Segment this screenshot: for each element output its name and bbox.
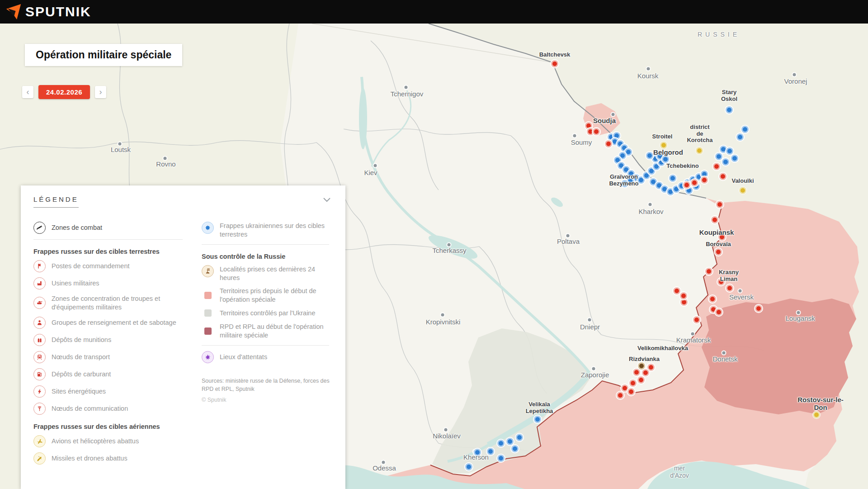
marker-blue[interactable] bbox=[653, 157, 658, 161]
marker-blue[interactable] bbox=[467, 465, 471, 469]
dnieper-river bbox=[362, 77, 590, 373]
legend-item-control-3: RPD et RPL au début de l'opération milit… bbox=[202, 323, 333, 340]
marker-blue[interactable] bbox=[644, 173, 649, 178]
marker-red[interactable] bbox=[684, 183, 689, 187]
marker-blue[interactable] bbox=[732, 156, 737, 161]
marker-blue[interactable] bbox=[615, 158, 620, 162]
marker-blue[interactable] bbox=[508, 439, 512, 444]
transport-node-icon bbox=[33, 351, 46, 363]
marker-blue[interactable] bbox=[668, 190, 673, 194]
marker-blue[interactable] bbox=[702, 172, 707, 176]
current-date-badge[interactable]: 24.02.2026 bbox=[38, 85, 90, 99]
marker-blue[interactable] bbox=[697, 175, 701, 179]
marker-blue[interactable] bbox=[727, 149, 732, 153]
marker-blue[interactable] bbox=[620, 153, 625, 158]
sabotage-group-icon bbox=[33, 317, 46, 329]
marker-red[interactable] bbox=[629, 389, 633, 394]
marker-red[interactable] bbox=[643, 370, 648, 375]
marker-red[interactable] bbox=[692, 180, 697, 185]
marker-blue[interactable] bbox=[727, 108, 731, 112]
fuel-depot-icon bbox=[33, 368, 46, 380]
marker-blue[interactable] bbox=[679, 184, 684, 188]
marker-red[interactable] bbox=[586, 123, 591, 128]
map-label-poltava: Poltava bbox=[557, 238, 580, 246]
marker-red[interactable] bbox=[634, 370, 639, 375]
map-label-zaporojie: Zaporojie bbox=[581, 371, 609, 379]
marker-blue[interactable] bbox=[717, 154, 721, 159]
marker-blue[interactable] bbox=[622, 146, 627, 150]
marker-brown[interactable] bbox=[639, 364, 644, 368]
marker-blue[interactable] bbox=[513, 446, 517, 451]
marker-blue[interactable] bbox=[670, 176, 675, 180]
marker-blue[interactable] bbox=[657, 183, 661, 188]
marker-gray bbox=[374, 164, 377, 167]
marker-blue[interactable] bbox=[624, 167, 628, 172]
marker-blue[interactable] bbox=[639, 178, 643, 182]
prev-date-button[interactable]: ‹ bbox=[22, 86, 33, 98]
marker-red[interactable] bbox=[606, 142, 611, 146]
marker-red[interactable] bbox=[552, 62, 557, 66]
marker-blue[interactable] bbox=[649, 169, 654, 173]
next-date-button[interactable]: › bbox=[95, 86, 106, 98]
marker-red[interactable] bbox=[710, 297, 715, 301]
marker-red[interactable] bbox=[712, 218, 717, 222]
marker-red[interactable] bbox=[675, 289, 679, 293]
marker-blue[interactable] bbox=[499, 441, 503, 446]
marker-yellow[interactable] bbox=[741, 188, 745, 193]
marker-red[interactable] bbox=[631, 381, 635, 385]
marker-red[interactable] bbox=[694, 318, 699, 322]
marker-blue[interactable] bbox=[738, 135, 742, 139]
map-label-tcherkassy: Tcherkassy bbox=[432, 247, 466, 255]
map-label-rovno: Rovno bbox=[156, 161, 175, 168]
marker-red[interactable] bbox=[707, 269, 711, 274]
marker-blue[interactable] bbox=[647, 153, 652, 158]
troops-concentration-icon bbox=[33, 297, 46, 309]
marker-yellow[interactable] bbox=[661, 143, 666, 147]
marker-red[interactable] bbox=[588, 129, 593, 134]
marker-blue[interactable] bbox=[609, 135, 613, 139]
marker-red[interactable] bbox=[623, 386, 627, 390]
marker-red[interactable] bbox=[727, 286, 732, 290]
marker-red[interactable] bbox=[714, 164, 719, 169]
marker-red[interactable] bbox=[721, 174, 725, 179]
map-label-voronej: Voronej bbox=[784, 78, 807, 85]
marker-red[interactable] bbox=[702, 178, 707, 182]
marker-red[interactable] bbox=[681, 294, 686, 298]
marker-blue[interactable] bbox=[517, 435, 522, 440]
marker-blue[interactable] bbox=[654, 164, 659, 169]
marker-blue[interactable] bbox=[663, 157, 668, 161]
marker-red[interactable] bbox=[756, 306, 761, 311]
marker-blue[interactable] bbox=[662, 187, 667, 191]
page-title: Opération militaire spéciale bbox=[25, 44, 182, 66]
sputnik-logo[interactable]: SPUTNIK bbox=[5, 3, 91, 21]
combat-zones-icon bbox=[33, 222, 46, 234]
marker-red[interactable] bbox=[682, 300, 686, 304]
marker-red[interactable] bbox=[639, 378, 643, 382]
marker-blue[interactable] bbox=[674, 187, 679, 191]
marker-blue[interactable] bbox=[743, 127, 747, 132]
marker-blue[interactable] bbox=[618, 142, 623, 146]
legend-collapse-button[interactable] bbox=[322, 196, 332, 205]
marker-gray bbox=[797, 311, 800, 314]
marker-blue[interactable] bbox=[651, 180, 656, 184]
marker-blue[interactable] bbox=[613, 139, 617, 144]
marker-blue[interactable] bbox=[619, 163, 623, 168]
marker-blue[interactable] bbox=[721, 147, 726, 152]
marker-blue[interactable] bbox=[687, 188, 691, 193]
marker-red[interactable] bbox=[594, 129, 599, 134]
marker-blue[interactable] bbox=[723, 160, 728, 164]
marker-red[interactable] bbox=[717, 202, 722, 207]
marker-red[interactable] bbox=[716, 250, 721, 254]
marker-red[interactable] bbox=[649, 365, 653, 370]
marker-red[interactable] bbox=[717, 310, 721, 314]
marker-blue[interactable] bbox=[535, 417, 540, 422]
marker-yellow[interactable] bbox=[814, 413, 819, 417]
marker-red[interactable] bbox=[618, 393, 623, 398]
marker-blue[interactable] bbox=[659, 160, 664, 165]
marker-yellow[interactable] bbox=[697, 148, 702, 153]
marker-blue[interactable] bbox=[626, 150, 631, 154]
marker-blue[interactable] bbox=[499, 456, 503, 461]
marker-blue[interactable] bbox=[614, 133, 619, 138]
marker-blue[interactable] bbox=[488, 449, 493, 454]
marker-red[interactable] bbox=[711, 307, 716, 312]
